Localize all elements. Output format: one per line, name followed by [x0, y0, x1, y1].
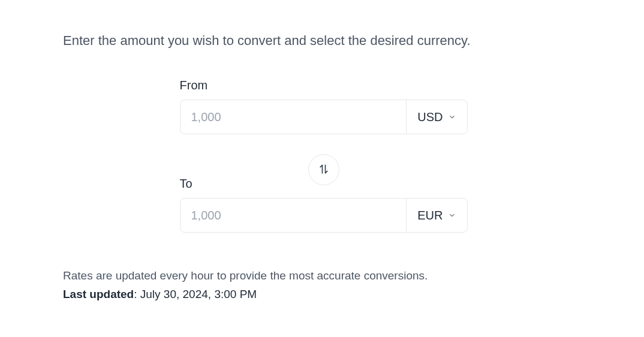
to-label: To — [180, 177, 192, 191]
to-amount-input[interactable] — [180, 198, 407, 232]
from-input-group: USD — [180, 100, 468, 134]
chevron-down-icon — [448, 113, 456, 121]
swap-button[interactable] — [308, 154, 339, 185]
to-currency-select[interactable]: EUR — [406, 198, 467, 232]
to-input-group: EUR — [180, 198, 468, 233]
currency-converter: From USD To EUR — [180, 79, 468, 233]
swap-arrows-icon — [318, 163, 330, 177]
last-updated-label: Last updated — [63, 288, 134, 300]
from-amount-input[interactable] — [180, 100, 407, 134]
rates-info-text: Rates are updated every hour to provide … — [63, 266, 584, 285]
intro-text: Enter the amount you wish to convert and… — [63, 33, 584, 49]
chevron-down-icon — [448, 211, 456, 219]
from-label: From — [180, 79, 468, 92]
last-updated-value: : July 30, 2024, 3:00 PM — [134, 288, 257, 300]
swap-row: To — [180, 149, 468, 191]
from-currency-select[interactable]: USD — [406, 100, 467, 134]
to-currency-code: EUR — [417, 209, 443, 222]
last-updated-text: Last updated: July 30, 2024, 3:00 PM — [63, 288, 584, 301]
from-currency-code: USD — [417, 110, 443, 124]
